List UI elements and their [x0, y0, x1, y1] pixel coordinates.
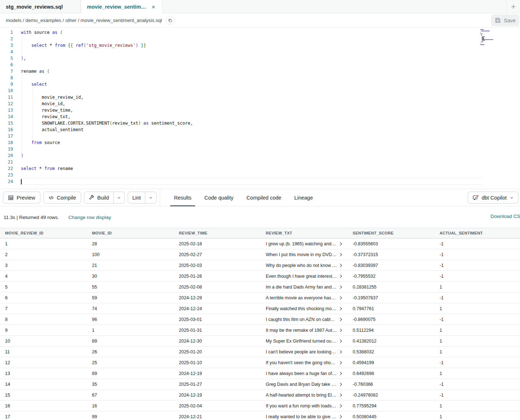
table-cell: 12	[0, 357, 87, 368]
table-cell: -0.8690075	[348, 314, 435, 325]
new-tab-button[interactable]	[506, 0, 520, 13]
code-line[interactable]: ),	[14, 55, 520, 62]
expand-cell-icon[interactable]	[338, 285, 343, 290]
expand-cell-icon[interactable]	[338, 241, 343, 246]
lint-button[interactable]: Lint	[128, 192, 145, 203]
code-line[interactable]	[19, 178, 482, 185]
table-cell: 0.7947761	[348, 303, 435, 314]
code-line[interactable]: actual_sentiment	[14, 126, 520, 133]
table-cell: -1	[435, 249, 520, 260]
code-line[interactable]: review_time,	[14, 107, 520, 113]
plus-icon	[511, 4, 516, 9]
code-line[interactable]	[14, 36, 520, 42]
copy-path-button[interactable]	[166, 16, 175, 25]
tab-movie-review-sentiment[interactable]: movie_review_sentiment_…	[81, 0, 162, 14]
code-line[interactable]: review_txt,	[14, 113, 520, 120]
tab-results[interactable]: Results	[169, 189, 195, 206]
expand-cell-icon[interactable]	[338, 295, 343, 300]
tab-code-quality[interactable]: Code quality	[200, 189, 238, 206]
line-number: 22	[0, 165, 14, 172]
review-text-cell: A terrible movie as everyone has said. …	[261, 292, 348, 303]
table-row: 4302025-01-26Even though I have great in…	[0, 271, 520, 282]
expand-cell-icon[interactable]	[338, 349, 343, 354]
code-line[interactable]: movie_id,	[14, 100, 520, 107]
tab-compiled-code[interactable]: Compiled code	[242, 189, 286, 206]
expand-cell-icon[interactable]	[338, 371, 343, 376]
code-line[interactable]: )	[14, 152, 520, 159]
review-text: My Super Ex Girlfriend turned out to b…	[266, 339, 337, 344]
tab-label: stg_movie_reviews.sql	[6, 4, 63, 10]
save-button[interactable]: Save	[491, 14, 519, 26]
code-line[interactable]: select * from rename	[14, 165, 520, 172]
code-line[interactable]: SNOWFLAKE.CORTEX.SENTIMENT(review_txt) a…	[14, 120, 520, 126]
code-line[interactable]: with source as (	[14, 29, 520, 36]
chevron-down-icon	[117, 196, 121, 200]
dbt-copilot-button[interactable]: dbt Copilot	[468, 192, 519, 204]
minimap[interactable]	[480, 29, 503, 46]
table-cell: 1	[435, 347, 520, 357]
table-cell: 1	[435, 325, 520, 336]
download-csv-link[interactable]: Download CSV	[490, 214, 520, 219]
code-line[interactable]	[14, 159, 520, 165]
preview-button[interactable]: Preview	[3, 192, 40, 204]
lint-dropdown-button[interactable]	[145, 192, 156, 203]
expand-cell-icon[interactable]	[338, 263, 343, 268]
table-cell: -0.7955532	[348, 271, 435, 282]
code-line[interactable]	[14, 133, 520, 139]
expand-cell-icon[interactable]	[338, 274, 343, 279]
expand-cell-icon[interactable]	[338, 317, 343, 322]
expand-cell-icon[interactable]	[338, 328, 343, 333]
review-text-cell: I can't believe people are looking for a…	[261, 347, 348, 357]
table-cell: 11	[0, 347, 87, 357]
expand-cell-icon[interactable]	[338, 252, 343, 257]
code-line[interactable]	[14, 62, 520, 68]
table-row: 16162025-02-04If you want a fun romp wit…	[0, 401, 520, 411]
code-line[interactable]	[14, 146, 520, 152]
tab-lineage[interactable]: Lineage	[290, 189, 317, 206]
close-tab-icon[interactable]	[151, 4, 156, 10]
compile-button[interactable]: Compile	[43, 192, 81, 204]
expand-cell-icon[interactable]	[338, 382, 343, 387]
expand-cell-icon[interactable]	[338, 414, 343, 419]
build-dropdown-button[interactable]	[113, 192, 124, 203]
code-line[interactable]	[14, 49, 520, 55]
code-line[interactable]: from source	[14, 139, 520, 146]
text-cursor	[21, 179, 22, 184]
line-number: 4	[0, 49, 14, 55]
breadcrumb-row: models / demo_examples / other / movie_r…	[0, 13, 520, 28]
code-line[interactable]: movie_review_id,	[14, 94, 520, 100]
table-cell: 0.5112294	[348, 325, 435, 336]
review-text: I caught this film on AZN on cable. It s…	[266, 317, 337, 322]
table-cell: 25	[87, 357, 174, 368]
table-cell: 2025-02-18	[174, 238, 261, 249]
code-line[interactable]	[14, 75, 520, 81]
expand-cell-icon[interactable]	[338, 403, 343, 408]
line-number: 20	[0, 152, 14, 159]
toolbar-divider	[160, 189, 160, 206]
expand-cell-icon[interactable]	[338, 393, 343, 398]
build-button[interactable]: Build	[84, 192, 113, 203]
column-header-movie_review_id: MOVIE_REVIEW_ID	[0, 228, 87, 238]
editor-gutter: 123456789101112131415161718192021222324	[0, 29, 14, 185]
code-line[interactable]	[14, 172, 520, 178]
line-number: 19	[0, 146, 14, 152]
table-cell: -0.83555603	[348, 238, 435, 249]
table-cell: -1	[435, 260, 520, 271]
tab-stg-movie-reviews[interactable]: stg_movie_reviews.sql	[0, 0, 81, 13]
expand-cell-icon[interactable]	[338, 360, 343, 365]
copilot-chat-icon	[472, 195, 479, 201]
table-cell: 74	[87, 303, 174, 314]
table-cell: 0.77595294	[348, 401, 435, 411]
code-line[interactable]: select * from {{ ref('stg_movie_reviews'…	[14, 42, 520, 49]
line-number: 18	[0, 139, 14, 146]
line-number: 13	[0, 107, 14, 113]
code-line[interactable]: select	[14, 81, 520, 88]
expand-cell-icon[interactable]	[338, 339, 343, 344]
code-line[interactable]: rename as (	[14, 68, 520, 75]
change-row-display-link[interactable]: Change row display	[68, 215, 111, 220]
expand-cell-icon[interactable]	[338, 306, 343, 311]
line-number: 24	[0, 178, 14, 185]
code-line[interactable]	[14, 88, 520, 94]
table-cell: 55	[87, 282, 174, 292]
code-editor[interactable]: 123456789101112131415161718192021222324 …	[0, 28, 520, 189]
